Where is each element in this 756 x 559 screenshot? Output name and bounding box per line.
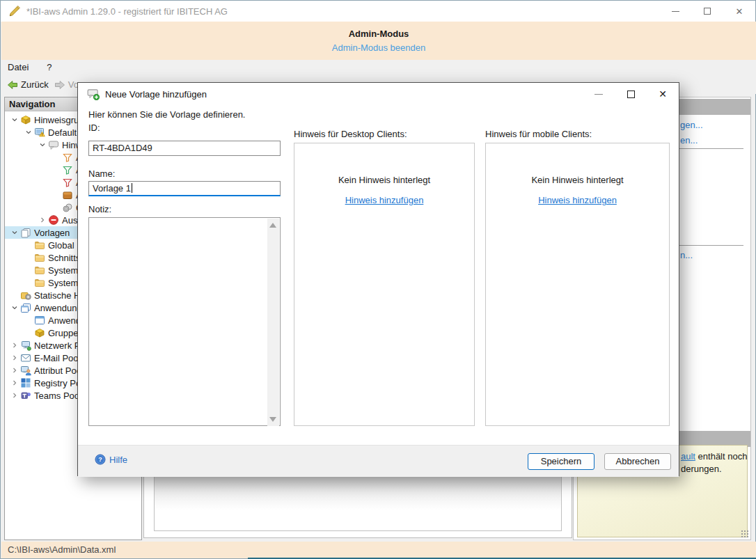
folder-icon [34,239,46,251]
mobile-hint-add-link[interactable]: Hinweis hinzufügen [538,195,617,205]
dialog-description: Hier können Sie die Vorlage definieren. [88,109,245,120]
help-link[interactable]: ? Hilfe [95,454,127,465]
chevron-spacer [51,164,62,175]
chevron-spacer [51,189,62,200]
name-value: Vorlage 1 [93,183,131,194]
minimize-icon [672,11,679,12]
desktop-hint-empty-text: Kein Hinweis hinterlegt [294,175,474,185]
menu-bar: Datei ? [1,60,756,75]
templates-icon [20,227,32,238]
dialog-title-bar: Neue Vorlage hinzufügen ✕ [78,83,679,105]
scroll-down-icon[interactable] [269,417,276,422]
close-icon: ✕ [736,6,743,17]
close-icon: ✕ [659,88,667,100]
teams-pool-icon [20,390,32,401]
chevron-down-icon[interactable] [23,127,34,138]
tree-item-label: Schnitts [46,253,80,263]
folder-icon [34,265,46,276]
note-scrollbar[interactable] [267,219,279,426]
id-field[interactable]: RT-4BDA1D49 [88,141,281,156]
tree-item-label: E-Mail Pool [32,353,80,363]
default-group-icon [34,127,46,138]
app-icon [8,5,21,17]
note-textarea[interactable] [88,217,281,426]
help-label: Hilfe [109,455,127,465]
resize-grip[interactable] [741,530,749,538]
chevron-right-icon[interactable] [9,365,20,376]
filter-orange-icon [62,152,74,163]
default-group-link[interactable]: ault [681,451,695,462]
desktop-hint-label: Hinweis für Desktop Clients: [294,129,407,139]
menu-item-datei[interactable]: Datei [1,60,35,75]
hint-icon [48,139,60,150]
name-field[interactable]: Vorlage 1 [88,181,281,196]
tree-item-label: Hinweisgru [32,115,79,125]
dialog-title: Neue Vorlage hinzufügen [105,89,207,100]
chevron-spacer [23,239,34,251]
tree-item-label: Vorlagen [32,228,70,238]
groups-icon [34,327,46,338]
exclusion-icon [48,214,60,226]
chevron-down-icon[interactable] [37,139,48,150]
dialog-close-button[interactable]: ✕ [647,83,679,105]
application-icon [34,315,46,326]
detail-link-2[interactable]: en... [680,135,698,145]
tree-item-label: Global [46,240,74,251]
detail-link-1[interactable]: gen... [680,120,703,130]
dialog-maximize-button[interactable] [615,83,647,105]
close-button[interactable]: ✕ [723,1,755,22]
cancel-button[interactable]: Abbrechen [604,453,671,470]
back-label: Zurück [21,79,49,90]
attribute-pool-icon [20,365,32,376]
new-template-icon [87,88,100,100]
window-title: *IBI-aws Admin 1.29.0 - registriert für … [26,6,228,17]
hint-groups-icon [20,114,32,125]
title-bar: *IBI-aws Admin 1.29.0 - registriert für … [1,1,755,22]
chevron-spacer [51,177,62,188]
tree-item-label: Anwendung [32,303,82,313]
mobile-hint-label: Hinweis für mobile Clients: [485,129,592,139]
chevron-spacer [23,327,34,338]
applications-icon [20,302,32,313]
admin-mode-exit-link[interactable]: Admin-Modus beenden [1,42,756,53]
detail-link-3[interactable]: n... [680,250,693,260]
back-arrow-icon [7,79,18,90]
chevron-down-icon[interactable] [9,114,20,125]
admin-mode-banner: Admin-Modus Admin-Modus beenden [1,22,756,60]
chevron-right-icon[interactable] [37,214,48,226]
chevron-right-icon[interactable] [9,390,20,401]
mobile-hint-empty-text: Kein Hinweis hinterlegt [486,175,669,185]
mobile-hint-panel: Kein Hinweis hinterlegt Hinweis hinzufüg… [485,143,670,426]
chevron-right-icon[interactable] [9,377,20,388]
id-value: RT-4BDA1D49 [93,143,152,153]
save-button[interactable]: Speichern [528,453,594,470]
desktop-hint-panel: Kein Hinweis hinterlegt Hinweis hinzufüg… [294,143,475,426]
maximize-button[interactable] [691,1,723,22]
coins-icon [62,202,74,213]
scroll-up-icon[interactable] [269,223,276,228]
filter-red-icon [62,177,74,188]
chevron-down-icon[interactable] [9,227,20,238]
dialog-minimize-button[interactable] [583,83,615,105]
minimize-icon [594,94,603,95]
minimize-button[interactable] [659,1,691,22]
tree-item-label: Anwend [46,315,81,326]
back-button[interactable]: Zurück [7,79,49,90]
notice-text-line1: enthält noch [695,451,747,462]
chevron-spacer [23,277,34,288]
help-icon: ? [95,454,106,465]
svg-text:?: ? [98,456,102,463]
desktop-hint-add-link[interactable]: Hinweis hinzufügen [345,195,424,205]
registry-pool-icon [20,377,32,388]
status-bar: C:\IBI-aws\Admin\Data.xml [1,542,756,558]
status-file-path: C:\IBI-aws\Admin\Data.xml [8,544,116,555]
chevron-right-icon[interactable] [9,340,20,351]
box-icon [62,189,74,200]
filter-green-icon [62,164,74,175]
forward-arrow-icon [54,79,65,90]
menu-item-help[interactable]: ? [40,60,58,75]
network-pool-icon [20,340,32,351]
chevron-right-icon[interactable] [9,352,20,363]
main-window: *IBI-aws Admin 1.29.0 - registriert für … [0,0,756,559]
chevron-down-icon[interactable] [9,302,20,313]
